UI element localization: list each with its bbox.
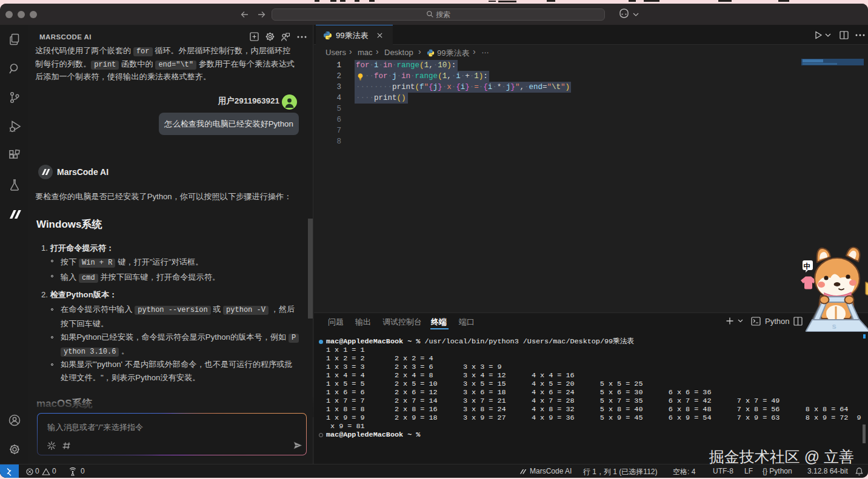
svg-text:中: 中 [804, 262, 811, 271]
svg-text:s: s [832, 322, 836, 331]
